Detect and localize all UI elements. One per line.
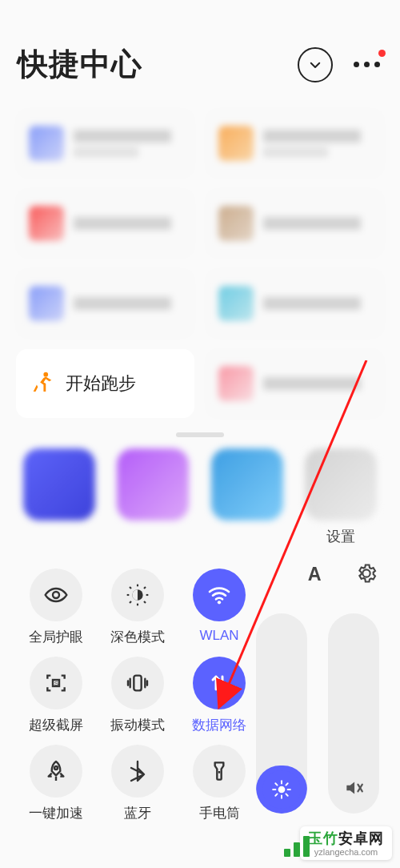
svg-point-0	[43, 372, 48, 377]
shortcut-card[interactable]	[206, 349, 384, 418]
rocket-icon	[43, 758, 69, 784]
svg-line-25	[275, 794, 277, 795]
app-shortcut[interactable]	[114, 448, 191, 543]
header: 快捷中心	[0, 0, 400, 109]
qs-item-flashlight[interactable]: 手电筒	[179, 745, 259, 833]
qs-label: 振动模式	[110, 716, 165, 734]
collapse-button[interactable]	[298, 47, 333, 82]
notification-dot	[378, 50, 386, 57]
svg-line-26	[286, 783, 287, 785]
qs-item-screenshot[interactable]: S 超级截屏	[16, 657, 96, 745]
settings-button[interactable]	[355, 562, 378, 585]
handle-icon	[176, 432, 224, 437]
svg-point-2	[53, 592, 59, 598]
watermark: 玉竹安卓网 yzlangecha.com	[300, 826, 392, 860]
qs-item-vibrate[interactable]: 振动模式	[98, 657, 178, 745]
qs-label: 蓝牙	[124, 804, 151, 822]
watermark-brand: 玉竹安卓网	[308, 831, 384, 847]
svg-line-11	[144, 587, 146, 589]
shortcut-card[interactable]	[206, 269, 384, 338]
qs-top-actions: A	[304, 562, 378, 585]
header-actions	[298, 47, 382, 82]
app-label: 设置	[326, 527, 355, 543]
qs-item-dark-mode[interactable]: 深色模式	[98, 569, 178, 657]
app-row: 设置	[0, 440, 400, 557]
more-icon	[354, 62, 380, 67]
svg-rect-15	[134, 676, 141, 691]
svg-point-16	[54, 766, 58, 770]
brightness-icon	[271, 779, 292, 800]
qs-label: WLAN	[199, 628, 238, 644]
svg-point-18	[278, 786, 286, 794]
font-size-button[interactable]: A	[304, 562, 326, 585]
eye-icon	[43, 582, 69, 608]
svg-line-10	[130, 601, 131, 603]
svg-text:S: S	[54, 680, 58, 687]
vibrate-icon	[125, 670, 150, 696]
svg-line-24	[286, 794, 287, 795]
watermark-domain: yzlangecha.com	[308, 847, 384, 857]
more-button[interactable]	[350, 53, 382, 77]
svg-text:A: A	[308, 564, 322, 585]
qs-label: 超级截屏	[29, 716, 83, 734]
mobile-data-icon	[206, 670, 232, 696]
shortcut-grid: 开始跑步	[0, 109, 400, 418]
flashlight-icon	[206, 758, 232, 784]
shortcut-card-label: 开始跑步	[66, 372, 136, 396]
svg-point-12	[218, 601, 221, 604]
svg-line-9	[144, 601, 146, 603]
shortcut-card[interactable]	[16, 109, 194, 178]
app-shortcut-settings[interactable]: 设置	[302, 448, 379, 543]
volume-slider[interactable]	[328, 613, 379, 814]
chevron-down-icon	[308, 58, 322, 72]
sliders	[256, 613, 379, 814]
shortcut-card[interactable]	[16, 189, 194, 258]
qs-label: 数据网络	[192, 716, 246, 734]
qs-label: 一键加速	[29, 804, 83, 822]
watermark-logo-icon	[284, 836, 310, 857]
shortcut-card[interactable]	[206, 109, 384, 178]
running-icon	[29, 370, 56, 397]
qs-item-wlan[interactable]: WLAN	[179, 569, 259, 657]
dark-mode-icon	[125, 582, 150, 608]
shortcut-card[interactable]	[206, 189, 384, 258]
brightness-slider[interactable]	[256, 613, 307, 814]
shortcut-card-run[interactable]: 开始跑步	[16, 349, 194, 418]
page-title: 快捷中心	[18, 44, 142, 85]
mute-icon	[343, 778, 364, 798]
wifi-icon	[206, 582, 232, 608]
app-shortcut[interactable]	[209, 448, 286, 543]
svg-line-23	[275, 783, 277, 785]
app-shortcut[interactable]	[21, 448, 98, 543]
gear-icon	[355, 562, 378, 585]
qs-item-bluetooth[interactable]: 蓝牙	[98, 745, 178, 833]
font-icon: A	[304, 562, 326, 585]
quick-settings-panel: A 全局护眼 深色模式 WLAN S 超级截屏 振动模式	[0, 557, 400, 833]
screenshot-icon: S	[43, 670, 69, 696]
qs-label: 全局护眼	[29, 628, 83, 646]
qs-label: 手电筒	[199, 804, 240, 822]
svg-line-8	[130, 587, 131, 589]
qs-item-boost[interactable]: 一键加速	[16, 745, 96, 833]
drag-handle[interactable]	[0, 418, 400, 440]
qs-item-mobile-data[interactable]: 数据网络	[179, 657, 259, 745]
qs-label: 深色模式	[110, 628, 165, 646]
shortcut-card[interactable]	[16, 269, 194, 338]
qs-item-eye-comfort[interactable]: 全局护眼	[16, 569, 96, 657]
bluetooth-icon	[125, 758, 150, 784]
